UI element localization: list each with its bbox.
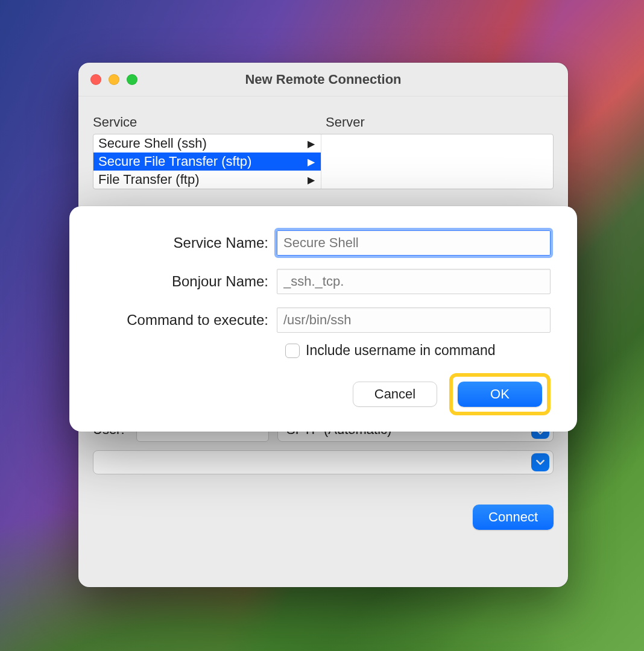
bonjour-name-input[interactable] <box>277 269 551 294</box>
service-name-input[interactable] <box>277 230 551 256</box>
close-icon[interactable] <box>90 74 101 85</box>
zoom-icon[interactable] <box>127 74 137 85</box>
include-username-label: Include username in command <box>306 342 496 359</box>
include-username-checkbox[interactable] <box>285 344 300 358</box>
service-item-label: Secure File Transfer (sftp) <box>98 154 251 169</box>
command-input[interactable] <box>277 307 551 333</box>
minimize-icon[interactable] <box>109 74 119 85</box>
ok-button[interactable]: OK <box>458 382 542 407</box>
window-title: New Remote Connection <box>78 72 568 87</box>
service-column-header: Service <box>93 115 322 130</box>
list-item[interactable]: Secure File Transfer (sftp) ▶ <box>93 153 321 171</box>
chevron-right-icon: ▶ <box>308 156 315 168</box>
service-item-label: Secure Shell (ssh) <box>98 136 207 151</box>
server-column-header: Server <box>322 115 554 130</box>
add-service-sheet: Service Name: Bonjour Name: Command to e… <box>69 206 577 432</box>
chevron-down-icon <box>531 453 549 471</box>
service-item-label: File Transfer (ftp) <box>98 172 199 187</box>
service-name-label: Service Name: <box>96 234 277 251</box>
titlebar: New Remote Connection <box>78 63 568 96</box>
command-label: Command to execute: <box>96 312 277 329</box>
command-history-select[interactable] <box>93 450 554 474</box>
ok-highlight: OK <box>449 373 551 415</box>
service-list[interactable]: Secure Shell (ssh) ▶ Secure File Transfe… <box>93 134 321 189</box>
list-item[interactable]: Secure Shell (ssh) ▶ <box>93 134 321 153</box>
list-item[interactable]: File Transfer (ftp) ▶ <box>93 171 321 189</box>
cancel-button[interactable]: Cancel <box>353 382 437 407</box>
service-server-lists: Secure Shell (ssh) ▶ Secure File Transfe… <box>93 134 554 189</box>
window-controls <box>90 74 137 85</box>
bonjour-name-label: Bonjour Name: <box>96 273 277 290</box>
server-list[interactable] <box>326 134 554 189</box>
connect-button[interactable]: Connect <box>473 505 554 530</box>
chevron-right-icon: ▶ <box>308 174 315 186</box>
chevron-right-icon: ▶ <box>308 138 315 149</box>
